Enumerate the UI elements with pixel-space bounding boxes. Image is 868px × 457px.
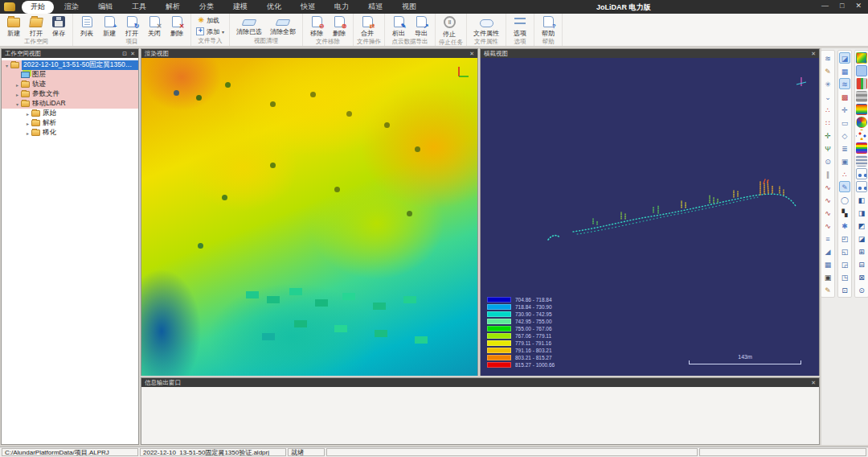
tree-item[interactable]: ▸稀化 [2, 128, 138, 138]
tab-patrol[interactable]: 快巡 [292, 1, 324, 14]
eraser-all-button[interactable]: 清除全部 [267, 14, 299, 37]
pen-annotate-icon[interactable]: ✎ [822, 65, 833, 76]
maximize-icon[interactable]: □ [840, 2, 844, 10]
minimize-icon[interactable]: — [821, 2, 829, 10]
tree-item[interactable]: ▸解析 [2, 118, 138, 128]
close-render-panel-icon[interactable]: ✕ [469, 51, 474, 56]
polyline-nodes-icon[interactable]: ∿ [822, 194, 833, 205]
stop-button[interactable]: 停止 [439, 14, 460, 39]
folder-open-button[interactable]: 打开 [26, 14, 47, 38]
contour-render-icon[interactable] [856, 142, 867, 154]
folder-new-button[interactable]: 新建 [3, 14, 24, 38]
wave-layers-icon[interactable]: ≋ [822, 52, 833, 64]
intensity-render-icon[interactable] [856, 91, 867, 102]
tab-fine[interactable]: 精巡 [359, 1, 391, 14]
rgb-render-icon[interactable] [856, 117, 867, 128]
list-button[interactable]: 列表 [76, 14, 97, 38]
merge-button[interactable]: 合并 [357, 14, 378, 38]
page-close-button[interactable]: 关闭 [144, 14, 165, 38]
elevation-render-icon[interactable] [856, 52, 867, 64]
close-panel-icon[interactable]: ✕ [130, 51, 135, 56]
save-button[interactable]: 保存 [48, 14, 69, 38]
lasso-icon[interactable]: ◯ [839, 194, 850, 205]
options-button[interactable]: 选项 [510, 14, 530, 38]
polygon-select-icon[interactable]: ◇ [839, 130, 850, 141]
cube-view-2-icon[interactable]: ◱ [839, 245, 850, 257]
expander-icon[interactable]: ▸ [24, 111, 31, 117]
help-button[interactable]: 帮助 [538, 14, 559, 38]
star-measure-icon[interactable]: ✳ [822, 78, 833, 89]
scatter-red-icon[interactable]: ∴ [839, 168, 850, 179]
box-half-right-icon[interactable]: ◨ [856, 207, 867, 218]
export-edit-icon[interactable]: ✎ [822, 284, 833, 295]
save-view-icon[interactable]: ▣ [822, 271, 833, 282]
expander-icon[interactable]: ▾ [14, 101, 21, 107]
tree-item[interactable]: ▾2022-12-10_13-51-50固定翼1350验证.aldprj [2, 60, 138, 70]
window-plus-icon[interactable]: ⊞ [856, 245, 867, 257]
tab-model[interactable]: 建模 [224, 1, 256, 14]
class-dots-icon[interactable] [856, 130, 867, 141]
waves-icon[interactable]: ≋ [839, 78, 850, 89]
box-corner-alt-icon[interactable]: ◪ [856, 233, 867, 244]
load-button[interactable]: 加载 [194, 16, 226, 25]
list-icon[interactable]: ≣ [839, 142, 850, 154]
expander-icon[interactable]: ▸ [14, 92, 21, 97]
cross-section-canvas[interactable]: 704.86 - 718.84718.84 - 730.90730.90 - 7… [481, 58, 819, 376]
tree-icon[interactable]: Ψ [822, 142, 833, 154]
expander-icon[interactable]: ▾ [3, 63, 10, 68]
expander-icon[interactable]: ▸ [24, 121, 31, 126]
search-file-icon[interactable]: ⊙ [822, 155, 833, 167]
cube-view-4-icon[interactable]: ◳ [839, 271, 850, 282]
close-section-panel-icon[interactable]: ✕ [811, 51, 816, 56]
fan-select-icon[interactable]: ✛ [839, 104, 850, 115]
tab-power[interactable]: 电力 [326, 1, 358, 14]
add-button[interactable]: 添加▾ [194, 27, 226, 36]
tree-item[interactable]: 图层 [2, 70, 138, 80]
cube-view-1-icon[interactable]: ◰ [839, 233, 850, 244]
tab-render[interactable]: 渲染 [55, 1, 88, 14]
class-render-icon[interactable] [856, 78, 867, 89]
tab-view[interactable]: 视图 [393, 1, 425, 14]
box-corner-icon[interactable]: ◩ [856, 220, 867, 231]
polyline-icon[interactable]: ∿ [822, 181, 833, 192]
search-cube-icon[interactable]: ⊙ [856, 284, 867, 295]
chevron-lines-icon[interactable]: ⌄ [822, 91, 833, 102]
rect-select-icon[interactable]: ▭ [839, 117, 850, 128]
grid9-icon[interactable]: ▦ [839, 65, 850, 76]
move-tree-icon[interactable]: ✛ [822, 130, 833, 141]
tree-item[interactable]: ▾移动LiDAR [2, 99, 138, 109]
page-open-button[interactable]: 打开 [121, 14, 142, 38]
pause-tool-icon[interactable]: ∥ [822, 168, 833, 179]
float-panel-icon[interactable]: ⊡ [122, 51, 127, 56]
tab-optimize[interactable]: 优化 [258, 1, 290, 14]
flatten-lines-icon[interactable]: ≡ [822, 233, 833, 244]
spring-coil-icon[interactable] [856, 155, 867, 167]
stereo-glasses-icon[interactable] [856, 168, 867, 179]
tab-start[interactable]: 开始 [22, 1, 54, 14]
curve-smooth-icon[interactable]: ∿ [822, 220, 833, 231]
tree-item[interactable]: ▸轨迹 [2, 80, 138, 89]
select-points-alt-icon[interactable]: ∷ [822, 117, 833, 128]
expander-icon[interactable]: ▸ [14, 82, 21, 88]
extract-button[interactable]: 析出 [388, 14, 409, 38]
pen-tool-icon[interactable]: ✎ [839, 181, 850, 192]
gear-icon[interactable]: ✱ [839, 220, 850, 231]
select-points-icon[interactable]: ∴ [822, 104, 833, 115]
window-x-icon[interactable]: ⊠ [856, 271, 867, 282]
grid-icon[interactable]: ▦ [822, 258, 833, 270]
file-remove-button[interactable]: 移除 [306, 14, 327, 38]
tab-parse[interactable]: 解析 [157, 1, 189, 14]
expander-icon[interactable]: ▸ [24, 130, 31, 136]
tab-classify[interactable]: 分类 [190, 1, 223, 14]
cube-view-5-icon[interactable]: ⊡ [839, 284, 850, 295]
page-new-button[interactable]: 新建 [99, 14, 120, 38]
elevation-map-canvas[interactable] [141, 58, 477, 376]
flat-render-icon[interactable] [856, 65, 867, 76]
tab-tools[interactable]: 工具 [123, 1, 155, 14]
eraser-tool-icon[interactable]: ◪ [839, 52, 850, 64]
page-delete-button[interactable]: 删除 [166, 14, 187, 38]
cube-view-3-icon[interactable]: ◲ [839, 258, 850, 270]
band-render-icon[interactable] [856, 104, 867, 115]
tab-edit[interactable]: 编辑 [89, 1, 121, 14]
checker-icon[interactable]: ▚ [839, 207, 850, 218]
